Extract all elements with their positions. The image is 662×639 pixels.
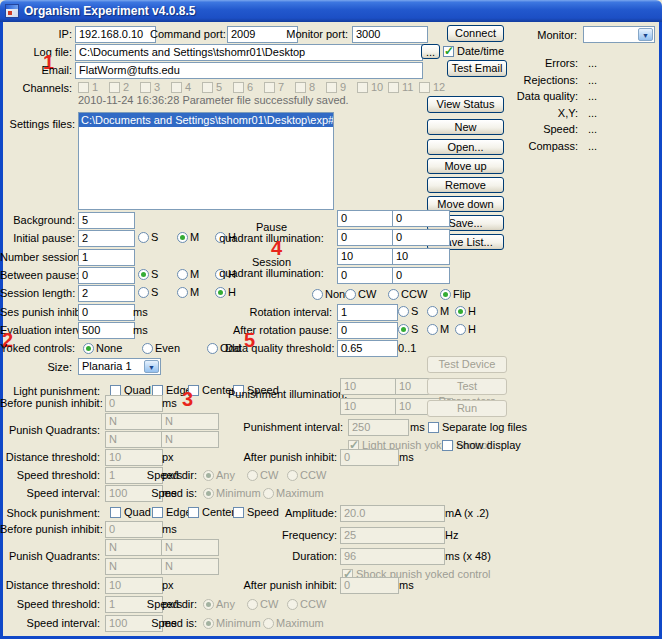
ses-punish-inhibit-label: Ses punish inhibit: (0, 306, 75, 319)
initial-pause-label: Initial pause: (0, 232, 75, 245)
browse-button[interactable]: ... (421, 44, 440, 59)
pause-quad-input-2a[interactable]: 0 (337, 229, 395, 246)
chevron-down-icon[interactable]: ▼ (638, 28, 653, 41)
size-combobox[interactable]: Planaria 1▼ (78, 358, 161, 375)
data-quality-threshold-label: Data quality threshold: (225, 342, 332, 355)
after-rotation-pause-input[interactable]: 0 (337, 322, 398, 339)
shock-before-punish-inhibit-input: 0 (105, 521, 163, 538)
between-pause-m-radio[interactable] (177, 269, 188, 280)
initial-pause-m-label: M (190, 231, 199, 244)
rotation-flip-radio[interactable] (440, 289, 451, 300)
pause-quad-input-1a[interactable]: 0 (337, 210, 395, 227)
evaluation-interval-input[interactable]: 500 (78, 322, 135, 339)
initial-pause-input[interactable]: 2 (78, 230, 135, 247)
shock-center-checkbox[interactable] (188, 507, 199, 518)
yoked-controls-label: Yoked controls: (0, 342, 75, 355)
background-input[interactable]: 5 (78, 212, 135, 229)
pause-quad-input-2b[interactable]: 0 (392, 229, 450, 246)
initial-pause-m-radio[interactable] (177, 232, 188, 243)
rotation-none-radio[interactable] (312, 289, 323, 300)
shock-speed-dir-ccw-radio (287, 599, 298, 610)
session-quad-input-1b[interactable]: 10 (392, 248, 450, 265)
move-up-button[interactable]: Move up (427, 158, 504, 174)
rotation-interval-input[interactable]: 1 (337, 304, 398, 321)
rotation-ccw-radio[interactable] (388, 289, 399, 300)
session-length-h-radio[interactable] (215, 287, 226, 298)
monitor-combobox[interactable]: ▼ (583, 26, 655, 43)
monitor-port-input[interactable]: 3000 (352, 26, 428, 43)
open-button[interactable]: Open... (427, 139, 504, 155)
initial-pause-s-radio[interactable] (138, 232, 149, 243)
shock-distance-threshold-label: Distance threshold: (0, 579, 100, 592)
light-speed-dir-any-radio (203, 470, 214, 481)
yoked-odd-radio[interactable] (207, 343, 218, 354)
separate-log-files-checkbox[interactable] (428, 422, 439, 433)
session-quad-input-2a[interactable]: 0 (337, 267, 395, 284)
new-button[interactable]: New (427, 119, 504, 135)
session-quad-label-line2: quadrant illumination: (210, 267, 333, 280)
light-speed-dir-any-label: Any (216, 469, 235, 482)
channel-2-label: 2 (123, 81, 129, 94)
size-combobox-value: Planaria 1 (82, 360, 132, 372)
between-pause-input[interactable]: 0 (78, 267, 135, 284)
amplitude-input: 20.0 (340, 505, 445, 522)
number-sessions-input[interactable]: 1 (78, 249, 135, 266)
punishment-illumination-1a: 10 (340, 378, 398, 395)
session-length-s-radio[interactable] (138, 287, 149, 298)
shock-punish-quadrant-1b: N (161, 539, 219, 556)
rejections-value: ... (588, 74, 597, 87)
channel-4-label: 4 (185, 81, 191, 94)
initial-pause-s-label: S (151, 231, 158, 244)
yoked-none-radio[interactable] (83, 343, 94, 354)
datetime-checkbox[interactable] (443, 46, 454, 57)
shock-speed-dir-label: Speed dir: (120, 598, 197, 611)
light-speed-dir-cw-label: CW (260, 469, 278, 482)
rotation-interval-m-label: M (440, 305, 449, 318)
chevron-down-icon[interactable]: ▼ (144, 360, 159, 373)
channel-9-label: 9 (340, 81, 346, 94)
ip-input[interactable]: 192.168.0.10 (75, 26, 156, 43)
settings-files-listbox[interactable]: C:\Documents and Settings\tshomr01\Deskt… (78, 112, 334, 210)
data-quality-threshold-input[interactable]: 0.65 (337, 340, 398, 357)
light-speed-threshold-label: Speed threshold: (0, 469, 100, 482)
yoked-none-label: None (96, 342, 122, 355)
channel-12-label: 12 (433, 81, 445, 94)
ses-punish-inhibit-input[interactable]: 0 (78, 304, 135, 321)
light-speed-interval-label: Speed interval: (0, 487, 100, 500)
remove-button[interactable]: Remove (427, 177, 504, 193)
shock-punish-quadrants-label: Punish Quadrants: (0, 550, 100, 563)
show-display-checkbox[interactable] (442, 440, 453, 451)
light-punish-quadrant-2a: N (105, 431, 163, 448)
between-pause-s-radio[interactable] (138, 269, 149, 280)
session-quad-input-1a[interactable]: 10 (337, 248, 395, 265)
pause-quad-input-1b[interactable]: 0 (392, 210, 450, 227)
title-bar[interactable]: Organism Experiment v4.0.8.5 (0, 0, 662, 22)
yoked-even-radio[interactable] (142, 343, 153, 354)
shock-edge-checkbox[interactable] (152, 507, 163, 518)
session-length-input[interactable]: 2 (78, 285, 135, 302)
rotation-interval-h-radio[interactable] (455, 306, 466, 317)
channels-label: Channels: (2, 82, 72, 95)
light-punish-quadrants-label: Punish Quadrants: (0, 424, 100, 437)
rotation-interval-label: Rotation interval: (232, 306, 332, 319)
session-length-m-radio[interactable] (177, 287, 188, 298)
rotation-interval-m-radio[interactable] (427, 306, 438, 317)
log-file-input[interactable]: C:\Documents and Settings\tshomr01\Deskt… (75, 44, 423, 61)
session-quad-input-2b[interactable]: 0 (392, 267, 450, 284)
status-message: 2010-11-24 16:36:28 Parameter file succe… (78, 94, 349, 107)
email-input[interactable]: FlatWorm@tufts.edu (75, 62, 423, 79)
after-rotation-m-radio[interactable] (427, 324, 438, 335)
shock-punishment-label: Shock punishment: (0, 507, 100, 520)
rotation-interval-s-radio[interactable] (398, 306, 409, 317)
after-rotation-s-radio[interactable] (398, 324, 409, 335)
duration-input: 96 (340, 548, 445, 565)
connect-button[interactable]: Connect (447, 25, 504, 42)
xy-value: ... (588, 107, 597, 120)
monitor-port-label: Monitor port: (276, 28, 348, 41)
rotation-cw-radio[interactable] (345, 289, 356, 300)
list-item[interactable]: C:\Documents and Settings\tshomr01\Deskt… (79, 113, 333, 127)
after-rotation-h-label: H (468, 323, 476, 336)
after-rotation-h-radio[interactable] (455, 324, 466, 335)
shock-quad-checkbox[interactable] (110, 507, 121, 518)
light-speed-is-maximum-label: Maximum (276, 487, 324, 500)
